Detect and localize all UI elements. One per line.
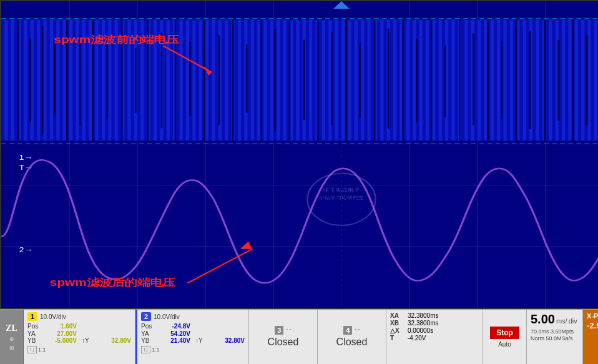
scope-area: 1→ T→ 2→ 张飞实战电子 小站学习応研究室 spwm滤波前的端电压 bbox=[0, 0, 598, 364]
ch4-block: 4 - - Closed bbox=[318, 310, 386, 364]
svg-rect-19 bbox=[21, 20, 24, 140]
svg-rect-92 bbox=[494, 20, 497, 140]
svg-rect-49 bbox=[215, 20, 218, 140]
svg-rect-138 bbox=[246, 44, 248, 112]
svg-rect-88 bbox=[468, 20, 471, 140]
xb-label: XB bbox=[390, 320, 404, 327]
svg-rect-122 bbox=[29, 39, 31, 122]
stop-block: Stop Auto bbox=[483, 310, 527, 364]
svg-rect-74 bbox=[377, 20, 380, 140]
svg-rect-162 bbox=[586, 36, 588, 125]
svg-rect-150 bbox=[416, 39, 418, 122]
time-sub: div bbox=[569, 317, 577, 325]
ch2-yb-val: 21.40V bbox=[162, 337, 190, 344]
svg-rect-103 bbox=[565, 20, 568, 140]
scope-screen: 1→ T→ 2→ 张飞实战电子 小站学习応研究室 spwm滤波前的端电压 bbox=[0, 0, 598, 309]
xa-value: 32.3800ms bbox=[408, 312, 448, 319]
time-main: 5.00 bbox=[531, 312, 555, 327]
svg-rect-105 bbox=[578, 20, 581, 140]
xpos-value: -2.52ms bbox=[587, 321, 598, 330]
xpos-block[interactable]: X-Pos -2.52ms bbox=[583, 310, 598, 364]
ch2-yb-label: YB bbox=[141, 337, 160, 344]
ch1-number[interactable]: 1 bbox=[27, 312, 37, 321]
svg-text:spwm滤波后的端电压: spwm滤波后的端电压 bbox=[50, 277, 175, 288]
svg-rect-63 bbox=[306, 20, 309, 140]
svg-rect-154 bbox=[473, 34, 474, 125]
svg-rect-134 bbox=[189, 41, 191, 116]
svg-rect-145 bbox=[345, 20, 347, 140]
svg-rect-64 bbox=[312, 20, 315, 140]
svg-rect-86 bbox=[455, 20, 458, 140]
ch1-ratio: 1:1 bbox=[38, 347, 46, 353]
ch1-block: 1 10.0V/div Pos 1.60V YA 27.80V YB bbox=[24, 310, 135, 364]
svg-rect-18 bbox=[14, 20, 17, 140]
svg-rect-99 bbox=[539, 20, 542, 140]
ch1-ya-label: YA bbox=[27, 330, 46, 337]
svg-rect-159 bbox=[544, 20, 546, 140]
svg-rect-23 bbox=[47, 20, 50, 140]
svg-rect-160 bbox=[557, 40, 559, 121]
svg-rect-151 bbox=[431, 20, 433, 140]
svg-text:1→: 1→ bbox=[19, 154, 33, 161]
svg-rect-148 bbox=[388, 29, 390, 129]
svg-rect-98 bbox=[532, 20, 536, 140]
svg-rect-51 bbox=[228, 20, 231, 140]
ch2-ya-val: 54.20V bbox=[162, 330, 190, 337]
xpos-label: X-Pos bbox=[587, 312, 598, 320]
svg-rect-126 bbox=[79, 36, 81, 125]
ch1-ya-val: 27.80V bbox=[49, 330, 77, 337]
svg-rect-79 bbox=[409, 20, 413, 140]
svg-rect-147 bbox=[374, 20, 376, 140]
ch1-scale: 10.0V/div bbox=[40, 313, 66, 320]
svg-rect-157 bbox=[516, 20, 517, 140]
ch2-ratio: 1:1 bbox=[152, 347, 160, 353]
xb-value: 32.3800ms bbox=[408, 320, 448, 327]
svg-rect-123 bbox=[42, 26, 44, 135]
svg-rect-55 bbox=[254, 20, 257, 140]
svg-rect-124 bbox=[54, 44, 56, 116]
svg-rect-140 bbox=[274, 29, 276, 132]
svg-rect-139 bbox=[260, 20, 262, 140]
status-bar: ZL ⊕ ⊞ 1 10.0V/div Pos 1.60V YA bbox=[0, 309, 598, 364]
ch1-ye-val: 32.80V bbox=[103, 337, 131, 344]
svg-rect-83 bbox=[436, 20, 439, 140]
svg-rect-77 bbox=[396, 20, 399, 140]
ch3-block: 3 - - Closed bbox=[249, 310, 318, 364]
svg-rect-54 bbox=[247, 20, 250, 140]
svg-rect-68 bbox=[338, 20, 341, 140]
svg-rect-62 bbox=[300, 20, 303, 140]
svg-rect-89 bbox=[474, 20, 478, 140]
svg-rect-107 bbox=[591, 20, 594, 140]
stop-button[interactable]: Stop bbox=[490, 327, 519, 339]
ch2-ye-val: 32.80V bbox=[217, 337, 245, 344]
ch2-number[interactable]: 2 bbox=[141, 312, 151, 321]
t-label: T bbox=[390, 335, 404, 342]
ch3-number[interactable]: 3 bbox=[275, 326, 283, 335]
svg-rect-81 bbox=[423, 20, 426, 140]
time-norm: Norm 50.0MSa/s bbox=[531, 335, 579, 342]
svg-rect-21 bbox=[34, 20, 37, 140]
zl-logo: ZL bbox=[6, 323, 17, 333]
svg-rect-130 bbox=[135, 47, 137, 112]
settings-icon[interactable]: ⊞ bbox=[9, 345, 14, 351]
ch2-ya-label: YA bbox=[141, 330, 160, 337]
zoom-icon[interactable]: ⊕ bbox=[9, 336, 14, 342]
ch2-scale: 10.0V/div bbox=[154, 313, 180, 320]
time-block: 5.00 ms/ div 70.0ms 3.50Mpts Norm 50.0MS… bbox=[527, 310, 583, 364]
svg-rect-65 bbox=[319, 20, 322, 140]
svg-rect-53 bbox=[241, 20, 244, 140]
time-detail: 70.0ms 3.50Mpts bbox=[531, 328, 579, 335]
svg-rect-136 bbox=[218, 36, 220, 125]
svg-rect-146 bbox=[360, 43, 361, 117]
svg-rect-17 bbox=[7, 20, 11, 140]
ch1-ye-label: ↑Y bbox=[82, 337, 100, 344]
ch1-pos-val: 1.60V bbox=[49, 323, 77, 330]
xa-label: XA bbox=[390, 312, 404, 319]
svg-rect-158 bbox=[529, 31, 531, 129]
svg-rect-101 bbox=[552, 20, 555, 140]
svg-rect-76 bbox=[390, 20, 393, 140]
ch4-number[interactable]: 4 bbox=[343, 326, 352, 335]
zl-logo-section: ZL ⊕ ⊞ bbox=[0, 310, 24, 364]
ch1-yb-val: -5.000V bbox=[49, 337, 77, 344]
svg-rect-161 bbox=[572, 20, 574, 140]
